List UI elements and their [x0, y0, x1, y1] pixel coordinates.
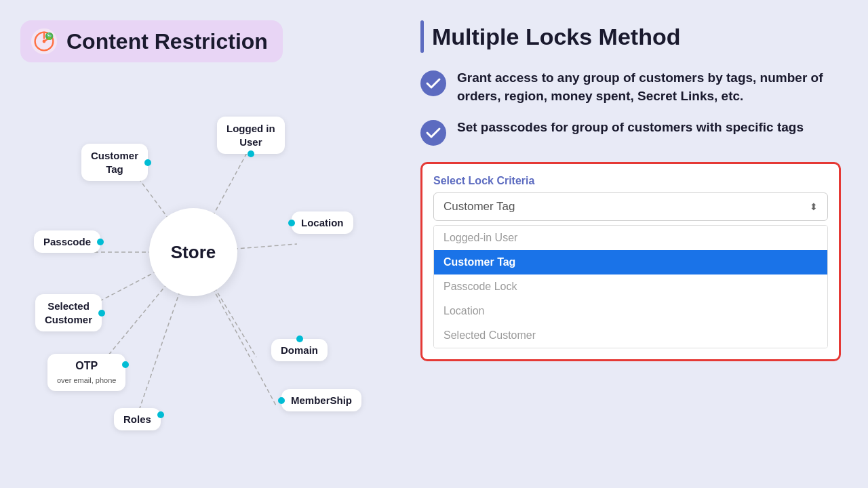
app-title: Content Restriction: [66, 29, 268, 54]
node-passcode: Passcode: [34, 230, 100, 253]
app-header: 🍃 Content Restriction: [20, 20, 283, 62]
mindmap-container: Store CustomerTag Logged inUser Location…: [20, 76, 373, 442]
feature-item-1: Grant access to any group of customers b…: [420, 69, 841, 105]
node-membership: MemberShip: [281, 389, 361, 411]
dropdown-option-logged-in-user[interactable]: Logged-in User: [434, 226, 827, 250]
dropdown-option-passcode-lock[interactable]: Passcode Lock: [434, 274, 827, 299]
dropdown-option-location[interactable]: Location: [434, 299, 827, 323]
dropdown-panel: Select Lock Criteria Customer Tag ⬍ Logg…: [420, 162, 841, 361]
node-otp: OTP over email, phone: [47, 354, 125, 391]
feature-list: Grant access to any group of customers b…: [420, 69, 841, 146]
node-logged-in-user: Logged inUser: [217, 117, 285, 154]
node-roles: Roles: [114, 408, 161, 430]
check-icon-2: [420, 120, 446, 146]
node-domain: Domain: [271, 339, 328, 361]
feature-text-2: Set passcodes for group of customers wit…: [457, 119, 804, 137]
svg-point-4: [43, 40, 46, 43]
check-icon-1: [420, 70, 446, 96]
title-bar: [420, 20, 424, 53]
dropdown-options-list: Logged-in User Customer Tag Passcode Loc…: [433, 225, 828, 348]
node-customer-tag: CustomerTag: [81, 144, 148, 181]
dropdown-selected-value: Customer Tag: [443, 200, 515, 214]
dropdown-option-customer-tag[interactable]: Customer Tag: [434, 250, 827, 274]
node-location: Location: [292, 211, 353, 234]
feature-text-1: Grant access to any group of customers b…: [457, 69, 841, 105]
dropdown-label: Select Lock Criteria: [433, 175, 828, 187]
feature-item-2: Set passcodes for group of customers wit…: [420, 119, 841, 146]
dropdown-select-box[interactable]: Customer Tag ⬍: [433, 192, 828, 221]
right-panel: Multiple Locks Method Grant access to an…: [393, 0, 868, 488]
svg-text:🍃: 🍃: [45, 33, 53, 41]
svg-point-16: [420, 70, 446, 96]
app-icon: 🍃: [30, 27, 58, 56]
left-panel: 🍃 Content Restriction: [0, 0, 393, 488]
dropdown-arrow-icon: ⬍: [810, 201, 818, 212]
section-title: Multiple Locks Method: [420, 20, 841, 53]
dropdown-option-selected-customer[interactable]: Selected Customer: [434, 323, 827, 348]
multiple-locks-title: Multiple Locks Method: [432, 24, 680, 50]
svg-point-17: [420, 120, 446, 146]
store-node: Store: [149, 208, 237, 296]
node-selected-customer: SelectedCustomer: [35, 294, 102, 331]
